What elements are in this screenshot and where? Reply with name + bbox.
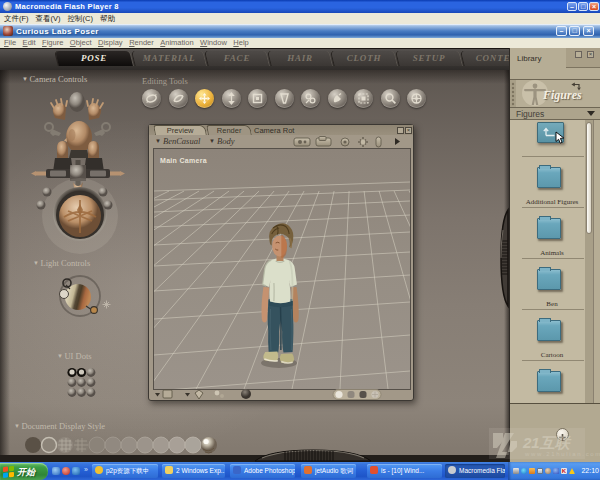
svg-text:21互联: 21互联 — [522, 434, 572, 451]
svg-text:w w w . 2 1 h u l i a n . c o: w w w . 2 1 h u l i a n . c o m — [524, 451, 600, 457]
